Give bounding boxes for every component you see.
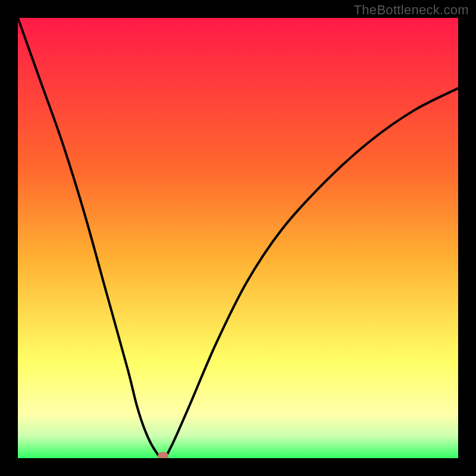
watermark-text: TheBottleneck.com bbox=[354, 2, 469, 18]
plot-area bbox=[18, 18, 458, 458]
chart-svg bbox=[18, 18, 458, 458]
chart-container: TheBottleneck.com bbox=[0, 0, 476, 476]
gradient-background bbox=[18, 18, 458, 458]
